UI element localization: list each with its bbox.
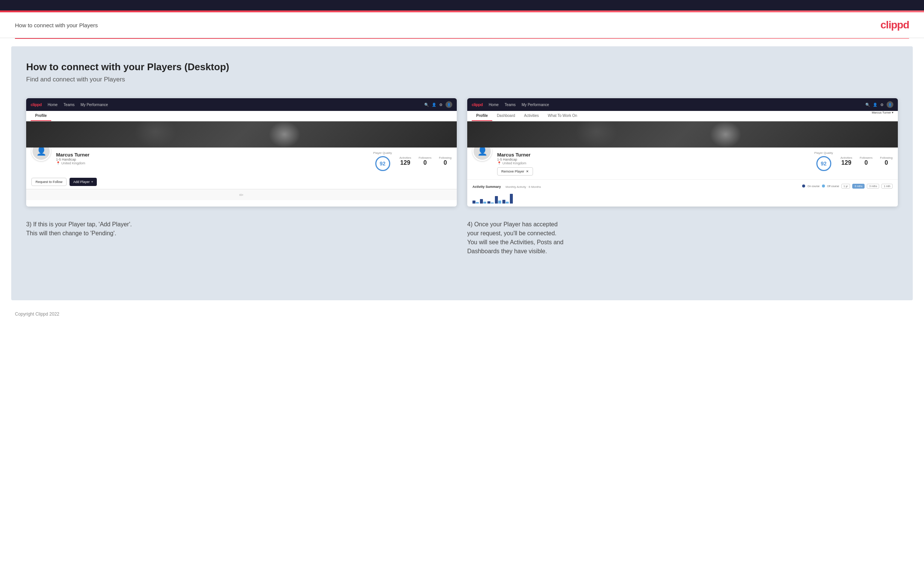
edit-icon: ✏ [239,192,244,198]
section-title: How to connect with your Players (Deskto… [26,61,898,73]
right-nav-icons: 🔍 👤 ⚙ 👤 [865,101,893,108]
request-follow-button[interactable]: Request to Follow [31,178,66,186]
left-screenshot-frame: clippd Home Teams My Performance 🔍 👤 ⚙ 👤… [26,98,457,206]
oncourse-legend-dot [802,184,805,187]
right-player-stats: Player Quality 92 Activities 129 Followe… [814,151,893,171]
header-divider [15,38,909,39]
left-description: 3) If this is your Player tap, 'Add Play… [26,220,457,256]
left-player-stats: Player Quality 92 Activities 129 Followe… [373,151,452,171]
left-nav-performance[interactable]: My Performance [81,103,108,107]
right-player-details: Marcus Turner 1-5 Handicap 📍 United King… [497,151,809,176]
main-content: How to connect with your Players (Deskto… [11,46,913,300]
left-action-buttons: Request to Follow Add Player + [26,175,457,189]
tab-profile-left[interactable]: Profile [31,111,51,121]
left-player-details: Marcus Turner 1-5 Handicap 📍 United King… [56,151,368,165]
descriptions-row: 3) If this is your Player tap, 'Add Play… [26,220,898,256]
tab-activities-right[interactable]: Activities [520,111,543,121]
left-screenshot-bottom: ✏ [26,189,457,200]
right-quality-circle: 92 [816,156,831,171]
left-followers-stat: Followers 0 [418,156,431,166]
right-app-navbar: clippd Home Teams My Performance 🔍 👤 ⚙ 👤 [467,98,898,111]
left-hero-banner [26,121,457,148]
right-profile-tabs: Profile Dashboard Activities What To Wor… [467,111,898,121]
filter-3mths[interactable]: 3 mths [867,184,879,189]
marcus-turner-dropdown[interactable]: Marcus Turner ▾ [872,111,893,121]
screenshots-row: clippd Home Teams My Performance 🔍 👤 ⚙ 👤… [26,98,898,206]
left-quality-circle: 92 [375,156,390,171]
breadcrumb: How to connect with your Players [15,22,98,28]
left-app-logo: clippd [31,102,42,107]
left-nav-icons: 🔍 👤 ⚙ 👤 [424,101,452,108]
left-activities-stat: Activities 129 [399,156,411,166]
right-search-icon[interactable]: 🔍 [865,103,870,107]
section-subtitle: Find and connect with your Players [26,76,898,83]
activity-filters: On course Off course 1 yr 6 mths 3 mths … [802,184,893,189]
filter-1yr[interactable]: 1 yr [842,184,850,189]
right-player-info: 👤 Marcus Turner 1-5 Handicap 📍 United Ki… [467,148,898,179]
right-player-handicap: 1-5 Handicap [497,158,809,161]
tab-what-to-work-on[interactable]: What To Work On [543,111,582,121]
search-icon[interactable]: 🔍 [424,103,429,107]
left-player-handicap: 1-5 Handicap [56,158,368,161]
activity-subtitle: Monthly Activity · 6 Months [506,185,541,189]
right-quality-block: Player Quality 92 [814,151,833,171]
left-player-info: 👤 Marcus Turner 1-5 Handicap 📍 United Ki… [26,148,457,175]
right-nav-avatar[interactable]: 👤 [887,101,893,108]
profile-icon[interactable]: 👤 [432,103,436,107]
right-player-location: 📍 United Kingdom [497,161,809,165]
footer: Copyright Clippd 2022 [0,308,924,321]
filter-1mth[interactable]: 1 mth [881,184,893,189]
right-quality-label: Player Quality [814,151,833,155]
left-profile-tabs: Profile [26,111,457,121]
left-player-name: Marcus Turner [56,152,368,158]
right-following-stat: Following 0 [880,156,893,166]
header: How to connect with your Players clippd [0,12,924,38]
activity-chart [472,192,893,203]
clippd-logo: clippd [880,19,909,31]
right-description: 4) Once your Player has accepted your re… [467,220,898,256]
right-app-logo: clippd [472,102,483,107]
left-quality-label: Player Quality [373,151,392,155]
tab-profile-right[interactable]: Profile [472,111,492,121]
left-player-location: 📍 United Kingdom [56,161,368,165]
left-app-navbar: clippd Home Teams My Performance 🔍 👤 ⚙ 👤 [26,98,457,111]
left-quality-block: Player Quality 92 [373,151,392,171]
remove-player-button[interactable]: Remove Player ✕ [497,167,533,176]
right-description-text: 4) Once your Player has accepted your re… [467,220,898,256]
right-screenshot-frame: clippd Home Teams My Performance 🔍 👤 ⚙ 👤… [467,98,898,206]
left-following-stat: Following 0 [439,156,452,166]
offcourse-legend-text: Off course [827,185,839,187]
right-activities-stat: Activities 129 [840,156,852,166]
settings-icon[interactable]: ⚙ [439,103,443,107]
offcourse-legend-dot [822,184,825,187]
right-hero-banner [467,121,898,148]
right-nav-teams[interactable]: Teams [505,103,515,107]
tab-dashboard-right[interactable]: Dashboard [492,111,520,121]
right-profile-icon[interactable]: 👤 [873,103,877,107]
copyright-text: Copyright Clippd 2022 [15,311,60,317]
right-settings-icon[interactable]: ⚙ [880,103,884,107]
right-followers-stat: Followers 0 [860,156,872,166]
add-player-button[interactable]: Add Player + [69,178,97,186]
left-nav-home[interactable]: Home [47,103,58,107]
right-nav-performance[interactable]: My Performance [522,103,549,107]
right-nav-home[interactable]: Home [489,103,499,107]
right-player-name: Marcus Turner [497,152,809,158]
nav-avatar[interactable]: 👤 [446,101,452,108]
top-bar [0,0,924,10]
oncourse-legend-text: On course [808,185,819,187]
activity-section: Activity Summary Monthly Activity · 6 Mo… [467,179,898,206]
filter-6mths[interactable]: 6 mths [852,184,864,189]
left-nav-teams[interactable]: Teams [63,103,74,107]
activity-title: Activity Summary [472,185,501,189]
left-description-text: 3) If this is your Player tap, 'Add Play… [26,220,457,238]
